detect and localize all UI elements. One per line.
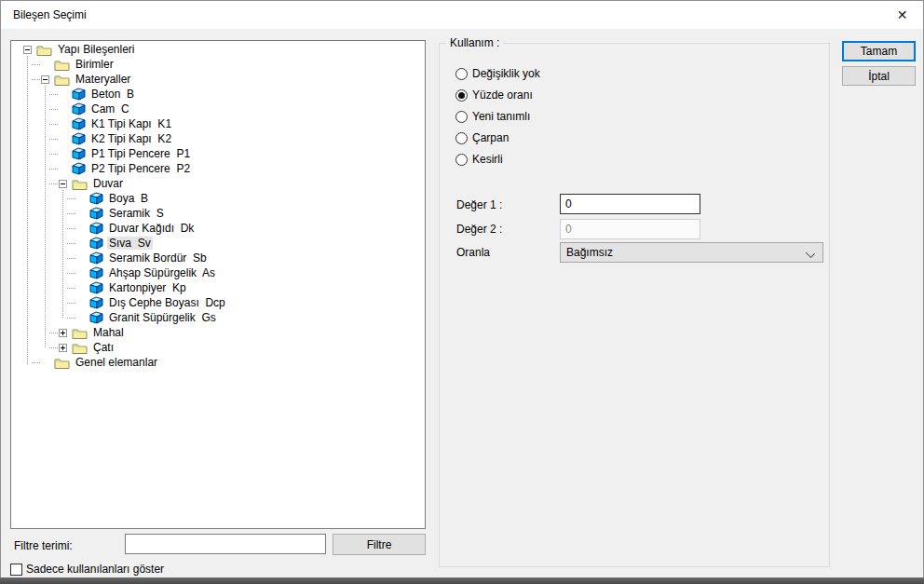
close-button[interactable]: ✕ bbox=[881, 1, 923, 28]
material-cube-icon bbox=[72, 162, 86, 175]
tree-item-label: P1 Tipi Pencere P1 bbox=[89, 147, 192, 160]
tree-connector bbox=[49, 347, 58, 348]
tree-item[interactable]: Duvar bbox=[11, 176, 425, 191]
tree-item-label: Sıva Sv bbox=[107, 237, 153, 250]
tree-item[interactable]: Genel elemanlar bbox=[11, 355, 425, 370]
usage-option[interactable]: Değişiklik yok bbox=[455, 67, 540, 80]
window-title: Bileşen Seçimi bbox=[13, 1, 87, 29]
tree-item[interactable]: K1 Tipi Kapı K1 bbox=[11, 116, 425, 131]
usage-option-label: Çarpan bbox=[472, 131, 509, 144]
oranla-dropdown[interactable]: Bağımsız bbox=[560, 242, 823, 263]
tree-item[interactable]: Birimler bbox=[11, 57, 425, 72]
tree-item-label: Ahşap Süpürgelik As bbox=[107, 266, 217, 279]
minus-expander-icon[interactable] bbox=[41, 75, 49, 84]
tree-item-label: Mahal bbox=[91, 326, 126, 339]
tree-item-label: Kartonpiyer Kp bbox=[107, 281, 188, 294]
usage-options: Değişiklik yokYüzde oranıYeni tanımlıÇar… bbox=[455, 67, 540, 174]
tree-item[interactable]: P1 Tipi Pencere P1 bbox=[11, 146, 425, 161]
tree-connector bbox=[49, 109, 58, 110]
tree-rows: Yapı Bileşenleri Birimler Materyaller Be… bbox=[11, 41, 425, 370]
usage-option[interactable]: Kesirli bbox=[455, 153, 540, 166]
tree-connector bbox=[67, 318, 75, 319]
material-cube-icon bbox=[72, 147, 86, 160]
tree-connector bbox=[67, 303, 75, 304]
show-used-label: Sadece kullanılanları göster bbox=[26, 563, 164, 576]
tree-item-label: Dış Cephe Boyası Dcp bbox=[107, 296, 227, 309]
tree-item[interactable]: K2 Tipi Kapı K2 bbox=[11, 131, 425, 146]
folder-icon bbox=[36, 44, 52, 56]
usage-option[interactable]: Yeni tanımlı bbox=[455, 110, 540, 123]
tree-item[interactable]: Materyaller bbox=[11, 72, 425, 87]
tree-item[interactable]: Ahşap Süpürgelik As bbox=[11, 265, 425, 280]
tree-item-label: P2 Tipi Pencere P2 bbox=[89, 162, 192, 175]
folder-icon bbox=[54, 357, 70, 369]
tree-connector bbox=[49, 169, 58, 170]
material-cube-icon bbox=[89, 266, 103, 279]
material-cube-icon bbox=[72, 132, 86, 145]
tree-item-label: K2 Tipi Kapı K2 bbox=[89, 132, 173, 145]
tree-item[interactable]: Boya B bbox=[11, 191, 425, 206]
folder-icon bbox=[72, 178, 88, 190]
plus-expander-icon[interactable] bbox=[59, 344, 67, 352]
tree-item[interactable]: Dış Cephe Boyası Dcp bbox=[11, 295, 425, 310]
tree-connector bbox=[67, 228, 75, 229]
tree-connector bbox=[32, 362, 40, 363]
oranla-selected-value: Bağımsız bbox=[566, 246, 613, 259]
plus-expander-icon[interactable] bbox=[59, 329, 67, 337]
tree-item-label: K1 Tipi Kapı K1 bbox=[89, 117, 173, 130]
tree-item[interactable]: Çatı bbox=[11, 340, 425, 355]
tree-item[interactable]: P2 Tipi Pencere P2 bbox=[11, 161, 425, 176]
radio-icon[interactable] bbox=[455, 154, 468, 166]
close-icon: ✕ bbox=[897, 7, 908, 22]
tree-item-label: Duvar bbox=[91, 177, 125, 190]
tree-connector bbox=[49, 333, 58, 333]
tree-item[interactable]: Beton B bbox=[11, 87, 425, 102]
tree-connector bbox=[49, 124, 58, 125]
tree-item[interactable]: Seramik S bbox=[11, 206, 425, 221]
material-cube-icon bbox=[89, 222, 103, 235]
filter-button[interactable]: Filtre bbox=[333, 534, 426, 555]
tree-item-label: Beton B bbox=[89, 88, 136, 101]
material-cube-icon bbox=[89, 207, 103, 220]
show-used-row[interactable]: Sadece kullanılanları göster bbox=[10, 563, 164, 576]
material-cube-icon bbox=[89, 251, 103, 265]
minus-expander-icon[interactable] bbox=[23, 46, 32, 54]
minus-expander-icon[interactable] bbox=[59, 180, 67, 188]
radio-icon[interactable] bbox=[455, 68, 468, 80]
tree-connector bbox=[67, 273, 75, 274]
material-cube-icon bbox=[72, 102, 86, 115]
tree-connector bbox=[67, 213, 75, 214]
tree-item[interactable]: Duvar Kağıdı Dk bbox=[11, 221, 425, 236]
deger2-label: Değer 2 : bbox=[456, 223, 502, 236]
tree-item[interactable]: Cam C bbox=[11, 102, 425, 116]
tree-item-label: Duvar Kağıdı Dk bbox=[107, 222, 196, 235]
tree-item-label: Seramik S bbox=[107, 207, 166, 220]
usage-option[interactable]: Çarpan bbox=[455, 131, 540, 144]
tree-connector bbox=[49, 94, 58, 95]
tree-item[interactable]: Mahal bbox=[11, 325, 425, 340]
radio-icon[interactable] bbox=[455, 111, 468, 123]
ok-button[interactable]: Tamam bbox=[842, 41, 916, 61]
usage-option[interactable]: Yüzde oranı bbox=[455, 88, 540, 102]
usage-group-label: Kullanım : bbox=[446, 36, 503, 49]
tree-item[interactable]: Kartonpiyer Kp bbox=[11, 280, 425, 295]
tree-item[interactable]: Seramik Bordür Sb bbox=[11, 251, 425, 265]
cancel-button[interactable]: İptal bbox=[842, 66, 916, 86]
component-tree[interactable]: Yapı Bileşenleri Birimler Materyaller Be… bbox=[10, 40, 426, 529]
tree-connector bbox=[49, 183, 58, 184]
show-used-checkbox[interactable] bbox=[10, 564, 22, 576]
tree-item[interactable]: Yapı Bileşenleri bbox=[11, 42, 425, 57]
deger2-input bbox=[560, 219, 700, 239]
radio-icon[interactable] bbox=[455, 132, 468, 144]
tree-item[interactable]: Granit Süpürgelik Gs bbox=[11, 310, 425, 325]
filter-input[interactable] bbox=[125, 534, 326, 554]
radio-selected-icon[interactable] bbox=[455, 89, 468, 102]
tree-connector bbox=[67, 258, 75, 259]
folder-icon bbox=[54, 74, 70, 86]
titlebar[interactable]: Bileşen Seçimi ✕ bbox=[1, 1, 923, 29]
deger1-input[interactable] bbox=[560, 194, 700, 214]
material-cube-icon bbox=[89, 192, 103, 205]
tree-item-label: Seramik Bordür Sb bbox=[107, 251, 209, 265]
tree-item[interactable]: Sıva Sv bbox=[11, 236, 425, 251]
background-window-strip bbox=[0, 577, 924, 584]
